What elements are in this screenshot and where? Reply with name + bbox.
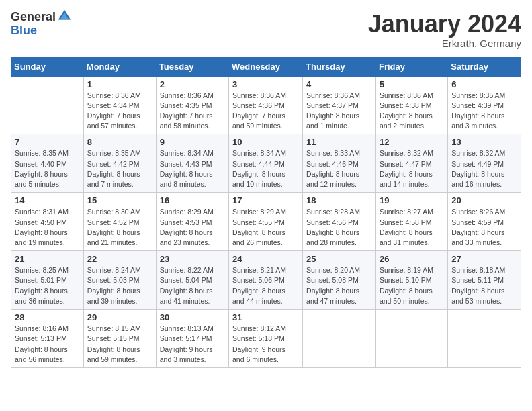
- day-info: Sunrise: 8:35 AMSunset: 4:39 PMDaylight:…: [451, 91, 517, 132]
- calendar-cell: 8Sunrise: 8:35 AMSunset: 4:42 PMDaylight…: [83, 134, 156, 193]
- calendar-table: SundayMondayTuesdayWednesdayThursdayFrid…: [11, 57, 521, 368]
- calendar-day-header: Saturday: [448, 57, 521, 76]
- calendar-header-row: SundayMondayTuesdayWednesdayThursdayFrid…: [11, 57, 521, 76]
- day-info: Sunrise: 8:36 AMSunset: 4:37 PMDaylight:…: [306, 91, 372, 132]
- day-number: 22: [87, 254, 152, 264]
- calendar-cell: 3Sunrise: 8:36 AMSunset: 4:36 PMDaylight…: [229, 76, 303, 134]
- day-info: Sunrise: 8:16 AMSunset: 5:13 PMDaylight:…: [15, 324, 80, 365]
- day-number: 19: [380, 195, 444, 205]
- calendar-cell: 18Sunrise: 8:28 AMSunset: 4:56 PMDayligh…: [303, 193, 376, 251]
- day-number: 5: [380, 79, 444, 89]
- day-info: Sunrise: 8:28 AMSunset: 4:56 PMDaylight:…: [306, 207, 372, 248]
- calendar-cell: 20Sunrise: 8:26 AMSunset: 4:59 PMDayligh…: [448, 193, 521, 251]
- day-number: 31: [232, 312, 299, 322]
- day-number: 3: [232, 79, 299, 89]
- calendar-cell: [375, 310, 447, 368]
- day-info: Sunrise: 8:36 AMSunset: 4:34 PMDaylight:…: [87, 91, 152, 132]
- calendar-cell: [448, 310, 521, 368]
- calendar-week-row: 21Sunrise: 8:25 AMSunset: 5:01 PMDayligh…: [11, 251, 521, 310]
- day-number: 26: [380, 254, 444, 264]
- calendar-day-header: Sunday: [11, 57, 84, 76]
- logo-general-text: General: [11, 11, 56, 24]
- day-info: Sunrise: 8:29 AMSunset: 4:55 PMDaylight:…: [232, 207, 299, 248]
- calendar-cell: 27Sunrise: 8:18 AMSunset: 5:11 PMDayligh…: [448, 251, 521, 310]
- day-number: 27: [451, 254, 517, 264]
- calendar-cell: 11Sunrise: 8:33 AMSunset: 4:46 PMDayligh…: [303, 134, 376, 193]
- day-info: Sunrise: 8:32 AMSunset: 4:47 PMDaylight:…: [380, 148, 444, 189]
- day-info: Sunrise: 8:31 AMSunset: 4:50 PMDaylight:…: [15, 207, 80, 248]
- day-number: 24: [232, 254, 299, 264]
- day-info: Sunrise: 8:34 AMSunset: 4:43 PMDaylight:…: [160, 148, 225, 189]
- calendar-cell: 15Sunrise: 8:30 AMSunset: 4:52 PMDayligh…: [83, 193, 156, 251]
- location-text: Erkrath, Germany: [368, 38, 521, 49]
- day-number: 20: [451, 195, 517, 205]
- day-number: 4: [306, 79, 372, 89]
- day-number: 17: [232, 195, 299, 205]
- calendar-week-row: 28Sunrise: 8:16 AMSunset: 5:13 PMDayligh…: [11, 310, 521, 368]
- day-number: 13: [451, 137, 517, 147]
- calendar-cell: 22Sunrise: 8:24 AMSunset: 5:03 PMDayligh…: [83, 251, 156, 310]
- day-info: Sunrise: 8:15 AMSunset: 5:15 PMDaylight:…: [87, 324, 152, 365]
- day-info: Sunrise: 8:34 AMSunset: 4:44 PMDaylight:…: [232, 148, 299, 189]
- calendar-cell: 9Sunrise: 8:34 AMSunset: 4:43 PMDaylight…: [156, 134, 228, 193]
- day-info: Sunrise: 8:35 AMSunset: 4:40 PMDaylight:…: [15, 148, 80, 189]
- calendar-week-row: 1Sunrise: 8:36 AMSunset: 4:34 PMDaylight…: [11, 76, 521, 134]
- day-info: Sunrise: 8:20 AMSunset: 5:08 PMDaylight:…: [306, 265, 372, 306]
- calendar-cell: 7Sunrise: 8:35 AMSunset: 4:40 PMDaylight…: [11, 134, 84, 193]
- day-number: 14: [15, 195, 80, 205]
- day-info: Sunrise: 8:35 AMSunset: 4:42 PMDaylight:…: [87, 148, 152, 189]
- day-info: Sunrise: 8:22 AMSunset: 5:04 PMDaylight:…: [160, 265, 225, 306]
- day-number: 7: [15, 137, 80, 147]
- day-number: 25: [306, 254, 372, 264]
- calendar-cell: 28Sunrise: 8:16 AMSunset: 5:13 PMDayligh…: [11, 310, 84, 368]
- day-number: 12: [380, 137, 444, 147]
- day-number: 2: [160, 79, 225, 89]
- day-info: Sunrise: 8:36 AMSunset: 4:36 PMDaylight:…: [232, 91, 299, 132]
- day-info: Sunrise: 8:36 AMSunset: 4:38 PMDaylight:…: [380, 91, 444, 132]
- day-info: Sunrise: 8:13 AMSunset: 5:17 PMDaylight:…: [160, 324, 225, 365]
- day-number: 8: [87, 137, 152, 147]
- calendar-week-row: 14Sunrise: 8:31 AMSunset: 4:50 PMDayligh…: [11, 193, 521, 251]
- calendar-cell: 10Sunrise: 8:34 AMSunset: 4:44 PMDayligh…: [229, 134, 303, 193]
- day-number: 16: [160, 195, 225, 205]
- day-number: 18: [306, 195, 372, 205]
- calendar-cell: 13Sunrise: 8:32 AMSunset: 4:49 PMDayligh…: [448, 134, 521, 193]
- calendar-cell: 30Sunrise: 8:13 AMSunset: 5:17 PMDayligh…: [156, 310, 228, 368]
- calendar-day-header: Tuesday: [156, 57, 228, 76]
- day-number: 30: [160, 312, 225, 322]
- calendar-cell: 25Sunrise: 8:20 AMSunset: 5:08 PMDayligh…: [303, 251, 376, 310]
- logo-icon: [57, 9, 72, 24]
- title-block: January 2024 Erkrath, Germany: [368, 11, 521, 49]
- day-number: 11: [306, 137, 372, 147]
- day-number: 10: [232, 137, 299, 147]
- calendar-day-header: Wednesday: [229, 57, 303, 76]
- calendar-cell: 5Sunrise: 8:36 AMSunset: 4:38 PMDaylight…: [375, 76, 447, 134]
- calendar-day-header: Monday: [83, 57, 156, 76]
- calendar-cell: 26Sunrise: 8:19 AMSunset: 5:10 PMDayligh…: [375, 251, 447, 310]
- day-info: Sunrise: 8:30 AMSunset: 4:52 PMDaylight:…: [87, 207, 152, 248]
- day-number: 9: [160, 137, 225, 147]
- logo-blue-text: Blue: [11, 24, 72, 38]
- page-header: General Blue January 2024 Erkrath, Germa…: [11, 11, 521, 49]
- month-title: January 2024: [368, 11, 521, 38]
- calendar-day-header: Friday: [375, 57, 447, 76]
- calendar-cell: 12Sunrise: 8:32 AMSunset: 4:47 PMDayligh…: [375, 134, 447, 193]
- calendar-cell: 21Sunrise: 8:25 AMSunset: 5:01 PMDayligh…: [11, 251, 84, 310]
- day-number: 29: [87, 312, 152, 322]
- day-info: Sunrise: 8:33 AMSunset: 4:46 PMDaylight:…: [306, 148, 372, 189]
- calendar-cell: 6Sunrise: 8:35 AMSunset: 4:39 PMDaylight…: [448, 76, 521, 134]
- day-info: Sunrise: 8:25 AMSunset: 5:01 PMDaylight:…: [15, 265, 80, 306]
- day-info: Sunrise: 8:29 AMSunset: 4:53 PMDaylight:…: [160, 207, 225, 248]
- logo: General Blue: [11, 11, 72, 38]
- calendar-cell: 2Sunrise: 8:36 AMSunset: 4:35 PMDaylight…: [156, 76, 228, 134]
- day-info: Sunrise: 8:24 AMSunset: 5:03 PMDaylight:…: [87, 265, 152, 306]
- calendar-cell: 17Sunrise: 8:29 AMSunset: 4:55 PMDayligh…: [229, 193, 303, 251]
- day-number: 21: [15, 254, 80, 264]
- calendar-week-row: 7Sunrise: 8:35 AMSunset: 4:40 PMDaylight…: [11, 134, 521, 193]
- calendar-cell: [11, 76, 84, 134]
- day-info: Sunrise: 8:12 AMSunset: 5:18 PMDaylight:…: [232, 324, 299, 365]
- day-number: 23: [160, 254, 225, 264]
- day-info: Sunrise: 8:32 AMSunset: 4:49 PMDaylight:…: [451, 148, 517, 189]
- calendar-cell: 24Sunrise: 8:21 AMSunset: 5:06 PMDayligh…: [229, 251, 303, 310]
- calendar-cell: 1Sunrise: 8:36 AMSunset: 4:34 PMDaylight…: [83, 76, 156, 134]
